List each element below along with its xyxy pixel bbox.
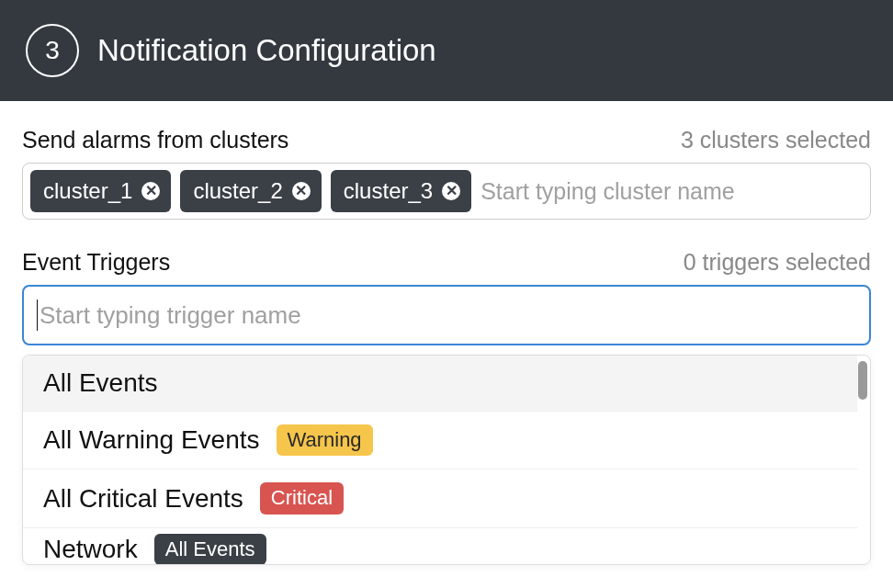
clusters-tagbox[interactable]: cluster_1 ✕ cluster_2 ✕ cluster_3 ✕ xyxy=(22,163,871,220)
close-icon[interactable]: ✕ xyxy=(141,182,160,200)
triggers-inputbox[interactable] xyxy=(22,285,871,345)
dropdown-option-label: All Critical Events xyxy=(43,484,243,514)
step-number-circle: 3 xyxy=(26,24,79,77)
text-caret xyxy=(37,300,38,331)
cluster-chip-label: cluster_1 xyxy=(43,178,132,204)
cluster-chip-label: cluster_3 xyxy=(344,178,433,204)
clusters-status: 3 clusters selected xyxy=(681,127,871,153)
cluster-chip[interactable]: cluster_3 ✕ xyxy=(331,170,471,212)
clusters-field-row: Send alarms from clusters 3 clusters sel… xyxy=(22,127,871,153)
triggers-dropdown: All Events All Warning Events Warning Al… xyxy=(22,355,871,565)
triggers-status: 0 triggers selected xyxy=(684,249,871,276)
dropdown-option-network[interactable]: Network All Events xyxy=(23,527,857,564)
triggers-input[interactable] xyxy=(40,301,856,330)
triggers-section: Event Triggers 0 triggers selected All E… xyxy=(22,249,871,565)
close-icon[interactable]: ✕ xyxy=(442,182,460,200)
triggers-field-row: Event Triggers 0 triggers selected xyxy=(22,249,871,276)
cluster-chip[interactable]: cluster_2 ✕ xyxy=(180,170,321,212)
dropdown-scrollbar[interactable] xyxy=(857,356,870,564)
scrollbar-thumb[interactable] xyxy=(858,361,867,400)
content-area: Send alarms from clusters 3 clusters sel… xyxy=(0,101,893,565)
triggers-label: Event Triggers xyxy=(22,249,170,276)
dropdown-option-all-warning-events[interactable]: All Warning Events Warning xyxy=(23,411,857,469)
severity-badge-critical: Critical xyxy=(260,482,344,514)
dropdown-option-label: All Events xyxy=(43,368,158,398)
clusters-label: Send alarms from clusters xyxy=(22,127,288,153)
cluster-chip-label: cluster_2 xyxy=(193,178,282,204)
severity-badge-all-events: All Events xyxy=(154,534,266,564)
header: 3 Notification Configuration xyxy=(0,0,893,101)
dropdown-option-label: All Warning Events xyxy=(43,425,260,455)
severity-badge-warning: Warning xyxy=(277,424,373,456)
dropdown-option-all-events[interactable]: All Events xyxy=(23,356,857,411)
step-number: 3 xyxy=(45,36,60,65)
dropdown-list: All Events All Warning Events Warning Al… xyxy=(23,356,857,564)
dropdown-option-all-critical-events[interactable]: All Critical Events Critical xyxy=(23,469,857,526)
cluster-input[interactable] xyxy=(480,173,863,209)
cluster-chip[interactable]: cluster_1 ✕ xyxy=(30,170,171,212)
page-title: Notification Configuration xyxy=(97,33,436,68)
close-icon[interactable]: ✕ xyxy=(292,182,311,200)
dropdown-option-label: Network xyxy=(43,535,138,564)
